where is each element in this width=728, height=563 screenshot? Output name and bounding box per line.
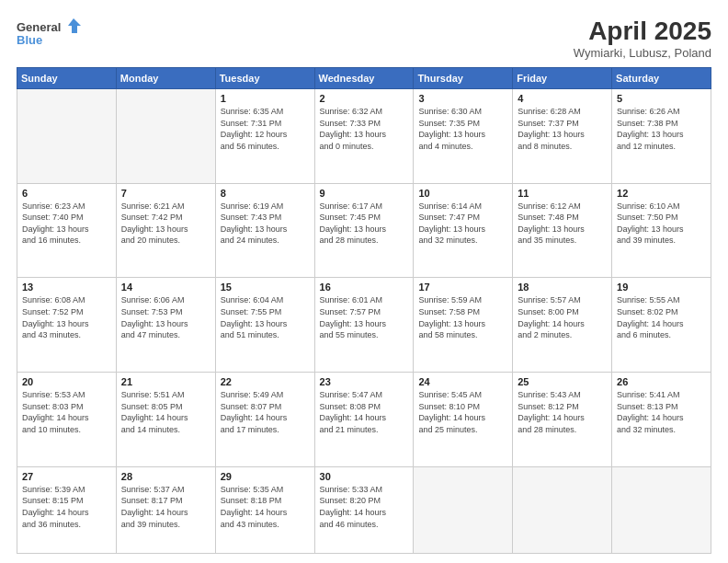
calendar-table: Sunday Monday Tuesday Wednesday Thursday… [17, 67, 711, 554]
table-row: 15Sunrise: 6:04 AM Sunset: 7:55 PM Dayli… [215, 278, 314, 373]
day-number: 10 [418, 188, 507, 199]
table-row: 22Sunrise: 5:49 AM Sunset: 8:07 PM Dayli… [215, 373, 314, 467]
table-row: 30Sunrise: 5:33 AM Sunset: 8:20 PM Dayli… [314, 466, 414, 553]
col-monday: Monday [116, 68, 215, 89]
table-row: 24Sunrise: 5:45 AM Sunset: 8:10 PM Dayli… [414, 373, 513, 467]
day-detail: Sunrise: 5:41 AM Sunset: 8:13 PM Dayligh… [617, 389, 706, 435]
day-number: 21 [121, 376, 210, 387]
day-detail: Sunrise: 6:30 AM Sunset: 7:35 PM Dayligh… [418, 106, 507, 152]
col-wednesday: Wednesday [314, 68, 414, 89]
day-detail: Sunrise: 6:06 AM Sunset: 7:53 PM Dayligh… [121, 294, 210, 340]
day-number: 20 [22, 376, 111, 387]
table-row [612, 466, 711, 553]
table-row: 7Sunrise: 6:21 AM Sunset: 7:42 PM Daylig… [116, 183, 215, 278]
day-number: 28 [121, 471, 210, 482]
table-row: 12Sunrise: 6:10 AM Sunset: 7:50 PM Dayli… [612, 183, 711, 278]
day-number: 16 [320, 282, 409, 293]
day-number: 4 [518, 93, 607, 104]
day-number: 30 [320, 471, 409, 482]
day-detail: Sunrise: 5:59 AM Sunset: 7:58 PM Dayligh… [418, 294, 507, 340]
table-row: 10Sunrise: 6:14 AM Sunset: 7:47 PM Dayli… [414, 183, 513, 278]
day-number: 8 [221, 188, 310, 199]
day-number: 13 [22, 282, 111, 293]
day-number: 9 [320, 188, 409, 199]
calendar-header-row: Sunday Monday Tuesday Wednesday Thursday… [17, 68, 711, 89]
day-detail: Sunrise: 6:17 AM Sunset: 7:45 PM Dayligh… [320, 201, 409, 247]
day-number: 22 [221, 376, 310, 387]
day-detail: Sunrise: 5:55 AM Sunset: 8:02 PM Dayligh… [617, 294, 706, 340]
day-detail: Sunrise: 5:43 AM Sunset: 8:12 PM Dayligh… [518, 389, 607, 435]
day-number: 1 [221, 93, 310, 104]
day-detail: Sunrise: 5:57 AM Sunset: 8:00 PM Dayligh… [518, 294, 607, 340]
day-detail: Sunrise: 5:35 AM Sunset: 8:18 PM Dayligh… [221, 484, 310, 530]
col-saturday: Saturday [612, 68, 711, 89]
table-row: 2Sunrise: 6:32 AM Sunset: 7:33 PM Daylig… [314, 89, 414, 184]
day-number: 25 [518, 376, 607, 387]
table-row: 3Sunrise: 6:30 AM Sunset: 7:35 PM Daylig… [414, 89, 513, 184]
day-number: 18 [518, 282, 607, 293]
title-location: Wymiarki, Lubusz, Poland [574, 46, 711, 60]
table-row: 20Sunrise: 5:53 AM Sunset: 8:03 PM Dayli… [17, 373, 117, 467]
day-detail: Sunrise: 6:14 AM Sunset: 7:47 PM Dayligh… [418, 201, 507, 247]
day-detail: Sunrise: 5:33 AM Sunset: 8:20 PM Dayligh… [320, 484, 409, 530]
table-row: 4Sunrise: 6:28 AM Sunset: 7:37 PM Daylig… [513, 89, 612, 184]
col-tuesday: Tuesday [215, 68, 314, 89]
table-row: 11Sunrise: 6:12 AM Sunset: 7:48 PM Dayli… [513, 183, 612, 278]
day-detail: Sunrise: 6:28 AM Sunset: 7:37 PM Dayligh… [518, 106, 607, 152]
table-row: 13Sunrise: 6:08 AM Sunset: 7:52 PM Dayli… [17, 278, 117, 373]
day-number: 5 [617, 93, 706, 104]
table-row: 5Sunrise: 6:26 AM Sunset: 7:38 PM Daylig… [612, 89, 711, 184]
day-number: 27 [22, 471, 111, 482]
day-number: 26 [617, 376, 706, 387]
header: General Blue April 2025 Wymiarki, Lubusz… [17, 17, 711, 60]
table-row: 29Sunrise: 5:35 AM Sunset: 8:18 PM Dayli… [215, 466, 314, 553]
table-row: 23Sunrise: 5:47 AM Sunset: 8:08 PM Dayli… [314, 373, 414, 467]
day-detail: Sunrise: 6:32 AM Sunset: 7:33 PM Dayligh… [320, 106, 409, 152]
day-detail: Sunrise: 5:53 AM Sunset: 8:03 PM Dayligh… [22, 389, 111, 435]
day-number: 24 [418, 376, 507, 387]
table-row: 21Sunrise: 5:51 AM Sunset: 8:05 PM Dayli… [116, 373, 215, 467]
col-friday: Friday [513, 68, 612, 89]
table-row: 6Sunrise: 6:23 AM Sunset: 7:40 PM Daylig… [17, 183, 117, 278]
day-detail: Sunrise: 5:37 AM Sunset: 8:17 PM Dayligh… [121, 484, 210, 530]
day-detail: Sunrise: 5:47 AM Sunset: 8:08 PM Dayligh… [320, 389, 409, 435]
day-detail: Sunrise: 5:51 AM Sunset: 8:05 PM Dayligh… [121, 389, 210, 435]
table-row: 27Sunrise: 5:39 AM Sunset: 8:15 PM Dayli… [17, 466, 117, 553]
table-row: 18Sunrise: 5:57 AM Sunset: 8:00 PM Dayli… [513, 278, 612, 373]
svg-marker-2 [68, 18, 81, 33]
day-number: 29 [221, 471, 310, 482]
day-number: 19 [617, 282, 706, 293]
day-detail: Sunrise: 5:49 AM Sunset: 8:07 PM Dayligh… [221, 389, 310, 435]
table-row: 9Sunrise: 6:17 AM Sunset: 7:45 PM Daylig… [314, 183, 414, 278]
logo-svg: General Blue [17, 17, 81, 50]
logo: General Blue [17, 17, 81, 50]
day-number: 15 [221, 282, 310, 293]
col-thursday: Thursday [414, 68, 513, 89]
table-row: 19Sunrise: 5:55 AM Sunset: 8:02 PM Dayli… [612, 278, 711, 373]
day-detail: Sunrise: 5:45 AM Sunset: 8:10 PM Dayligh… [418, 389, 507, 435]
day-detail: Sunrise: 6:26 AM Sunset: 7:38 PM Dayligh… [617, 106, 706, 152]
title-block: April 2025 Wymiarki, Lubusz, Poland [574, 17, 711, 60]
day-detail: Sunrise: 6:04 AM Sunset: 7:55 PM Dayligh… [221, 294, 310, 340]
day-number: 6 [22, 188, 111, 199]
day-detail: Sunrise: 6:10 AM Sunset: 7:50 PM Dayligh… [617, 201, 706, 247]
table-row: 8Sunrise: 6:19 AM Sunset: 7:43 PM Daylig… [215, 183, 314, 278]
table-row: 14Sunrise: 6:06 AM Sunset: 7:53 PM Dayli… [116, 278, 215, 373]
day-number: 7 [121, 188, 210, 199]
day-detail: Sunrise: 6:19 AM Sunset: 7:43 PM Dayligh… [221, 201, 310, 247]
day-number: 2 [320, 93, 409, 104]
day-detail: Sunrise: 6:23 AM Sunset: 7:40 PM Dayligh… [22, 201, 111, 247]
table-row [116, 89, 215, 184]
table-row [414, 466, 513, 553]
table-row [513, 466, 612, 553]
day-number: 23 [320, 376, 409, 387]
day-detail: Sunrise: 6:12 AM Sunset: 7:48 PM Dayligh… [518, 201, 607, 247]
svg-text:General: General [17, 20, 61, 34]
day-number: 14 [121, 282, 210, 293]
day-number: 12 [617, 188, 706, 199]
table-row: 1Sunrise: 6:35 AM Sunset: 7:31 PM Daylig… [215, 89, 314, 184]
table-row: 16Sunrise: 6:01 AM Sunset: 7:57 PM Dayli… [314, 278, 414, 373]
title-month: April 2025 [574, 17, 711, 46]
table-row: 25Sunrise: 5:43 AM Sunset: 8:12 PM Dayli… [513, 373, 612, 467]
day-detail: Sunrise: 6:01 AM Sunset: 7:57 PM Dayligh… [320, 294, 409, 340]
